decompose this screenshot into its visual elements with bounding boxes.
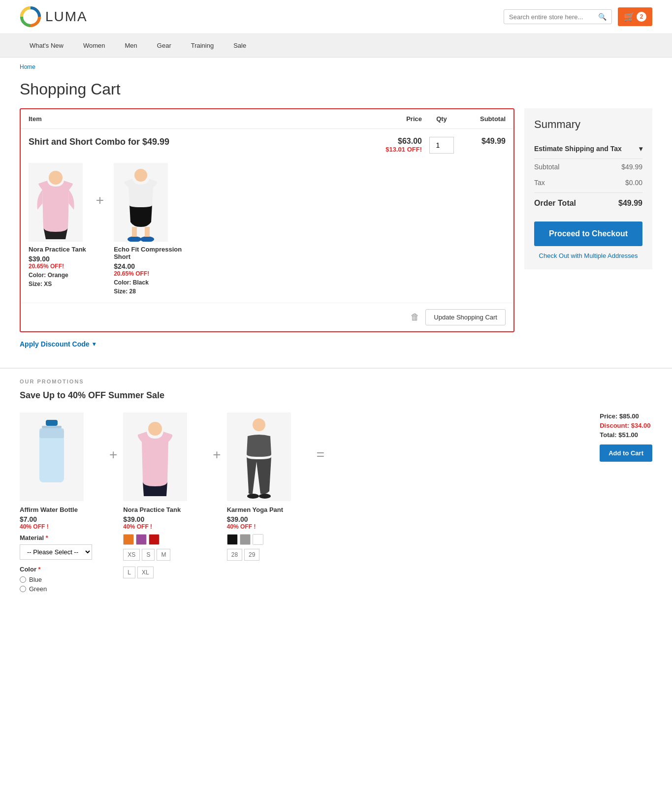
svg-point-2	[134, 169, 147, 182]
svg-point-13	[247, 494, 259, 499]
tax-label: Tax	[534, 179, 545, 187]
promo-summary-price: Price: $85.00	[600, 412, 639, 420]
size-29[interactable]: 29	[244, 549, 259, 561]
add-to-cart-button[interactable]: Add to Cart	[600, 444, 652, 462]
swatch-white[interactable]	[253, 534, 263, 545]
breadcrumb: Home	[0, 58, 672, 76]
size-s[interactable]: S	[142, 549, 155, 561]
product-discount-tank: 20.65% OFF!	[29, 263, 64, 270]
page-title: Shopping Cart	[0, 76, 672, 108]
col-item-header: Item	[29, 115, 383, 123]
product-image-tank	[29, 163, 83, 242]
plus-separator-promo-1: +	[103, 447, 123, 463]
radio-blue-input[interactable]	[20, 576, 26, 583]
col-price-header: Price	[383, 115, 422, 123]
promo-price-pant: $39.00	[227, 515, 248, 523]
main-nav: What's New Women Men Gear Training Sale	[0, 34, 672, 58]
product-discount-short: 20.65% OFF!	[114, 270, 149, 277]
discount-toggle[interactable]: Apply Discount Code ▾	[20, 340, 514, 348]
radio-green-label: Green	[29, 585, 47, 593]
tank-size-options-2: L XL	[123, 567, 153, 578]
nav-whats-new[interactable]: What's New	[20, 34, 73, 57]
cart-table-header: Item Price Qty Subtotal	[21, 109, 513, 129]
material-label: Material *	[20, 534, 48, 541]
promo-image-bottle	[20, 412, 84, 501]
bundle-products: Nora Practice Tank $39.00 20.65% OFF! Co…	[29, 163, 506, 295]
bundle-subtotal: $49.99	[461, 137, 506, 146]
tax-value: $0.00	[625, 179, 642, 187]
discount-section: Apply Discount Code ▾	[20, 340, 514, 348]
swatch-black[interactable]	[227, 534, 238, 545]
svg-point-11	[148, 422, 162, 436]
promo-product-bottle: Affirm Water Bottle $7.00 40% OFF ! Mate…	[20, 412, 103, 595]
bundle-original-price: $63.00	[398, 137, 422, 146]
search-button[interactable]: 🔍	[598, 13, 607, 21]
col-subtotal-header: Subtotal	[461, 115, 506, 123]
cart-section: Item Price Qty Subtotal Shirt and Short …	[20, 108, 514, 348]
swatch-purple[interactable]	[136, 534, 147, 545]
qty-input[interactable]	[429, 137, 454, 154]
radio-blue[interactable]: Blue	[20, 576, 42, 583]
plus-separator-promo-2: +	[207, 447, 226, 463]
radio-green[interactable]: Green	[20, 585, 47, 593]
size-m[interactable]: M	[157, 549, 170, 561]
svg-rect-7	[46, 420, 58, 426]
material-select[interactable]: -- Please Select --	[20, 544, 92, 560]
svg-rect-8	[42, 426, 62, 428]
nav-sale[interactable]: Sale	[224, 34, 256, 57]
swatch-red[interactable]	[149, 534, 160, 545]
checkout-button[interactable]: Proceed to Checkout	[534, 221, 642, 246]
nav-gear[interactable]: Gear	[147, 34, 181, 57]
svg-point-12	[253, 418, 265, 431]
update-cart-button[interactable]: Update Shopping Cart	[425, 309, 506, 325]
product-size-short: Size: 28	[114, 288, 136, 295]
size-xl[interactable]: XL	[137, 567, 154, 578]
plus-separator-1: +	[96, 192, 104, 208]
size-xs[interactable]: XS	[123, 549, 140, 561]
nav-men[interactable]: Men	[115, 34, 147, 57]
cart-item-grid: Shirt and Short Combo for $49.99 $63.00 …	[29, 137, 506, 155]
product-item-short: Echo Fit Compression Short $24.00 20.65%…	[114, 163, 183, 295]
promo-name-bottle: Affirm Water Bottle	[20, 506, 78, 513]
size-l[interactable]: L	[123, 567, 135, 578]
pant-color-swatches	[227, 534, 263, 545]
summary-section: Summary Estimate Shipping and Tax ▾ Subt…	[524, 108, 652, 348]
summary-shipping[interactable]: Estimate Shipping and Tax ▾	[534, 139, 642, 159]
product-price-short: $24.00	[114, 262, 135, 270]
swatch-orange[interactable]	[123, 534, 134, 545]
product-color-tank: Color: Orange	[29, 272, 68, 279]
promo-image-pant	[227, 412, 291, 501]
summary-title: Summary	[534, 118, 642, 131]
delete-icon[interactable]: 🗑	[411, 312, 419, 322]
product-image-short	[114, 163, 168, 242]
nav-women[interactable]: Women	[73, 34, 115, 57]
promo-summary-discount: Discount: $34.00	[600, 422, 650, 429]
radio-blue-label: Blue	[29, 576, 42, 583]
tax-row: Tax $0.00	[534, 175, 642, 190]
required-star: *	[46, 534, 48, 541]
color-label: Color *	[20, 566, 41, 573]
bundle-qty	[422, 137, 461, 154]
breadcrumb-home[interactable]: Home	[20, 63, 35, 70]
size-28[interactable]: 28	[227, 549, 242, 561]
promo-image-tank	[123, 412, 187, 501]
total-label: Order Total	[534, 199, 576, 208]
total-row: Order Total $49.99	[534, 192, 642, 214]
equals-separator: =	[311, 447, 330, 463]
promo-price-bottle: $7.00	[20, 515, 37, 523]
svg-rect-10	[39, 428, 64, 438]
chevron-down-icon: ▾	[639, 145, 642, 153]
nav-training[interactable]: Training	[181, 34, 224, 57]
promotions-label: OUR PROMOTIONS	[20, 379, 652, 384]
logo[interactable]: LUMA	[20, 6, 88, 28]
subtotal-value: $49.99	[621, 163, 642, 171]
product-item-tank: Nora Practice Tank $39.00 20.65% OFF! Co…	[29, 163, 86, 287]
cart-button[interactable]: 🛒 2	[618, 7, 652, 26]
swatch-gray[interactable]	[240, 534, 251, 545]
radio-green-input[interactable]	[20, 586, 26, 592]
chevron-down-icon: ▾	[93, 341, 96, 348]
total-value: $49.99	[618, 199, 642, 208]
multi-address-link[interactable]: Check Out with Multiple Addresses	[534, 252, 642, 259]
site-header: LUMA 🔍 🛒 2	[0, 0, 672, 34]
search-input[interactable]	[509, 13, 598, 21]
